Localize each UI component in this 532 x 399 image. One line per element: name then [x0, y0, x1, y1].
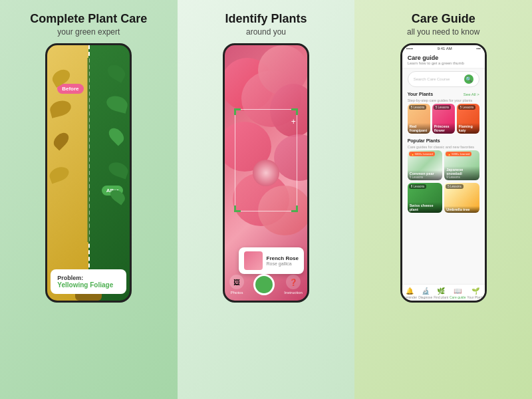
plant-card-princess[interactable]: 5 Lessons Princess flower — [432, 104, 455, 134]
panel-identify: Identify Plants around you — [178, 0, 355, 399]
snowball-name: Japanese snowball — [446, 168, 477, 176]
your-plants-nav-label: Your Plants — [467, 295, 483, 299]
diagnose-label: Diagnose — [418, 295, 432, 299]
id-info: French Rose Rose gallica — [267, 255, 299, 266]
status-time: 9:41 AM — [438, 47, 452, 51]
princess-overlay: Princess flower — [432, 123, 455, 134]
search-button[interactable]: 🔍 — [464, 74, 473, 84]
snowball-badge: 🔥 5000+ Learned — [446, 152, 471, 156]
phone-mockup-2: + French Rose Rose gallica 🖼 Photos — [223, 43, 309, 303]
pear-badge: 🔥 5000+ Learned — [409, 152, 435, 156]
frangipani-overlay: Red frangipani — [408, 123, 430, 134]
frangipani-name: Red frangipani — [410, 124, 428, 132]
cam-photos-btn[interactable]: 🖼 Photos — [229, 275, 244, 295]
popular-plants-row-1: 🔥 5000+ Learned Common pear 5 Lessons 🔥 … — [402, 150, 485, 183]
nav-diagnose[interactable]: 🔬 Diagnose — [418, 287, 432, 299]
panel3-subtitle: all you need to know — [407, 27, 479, 37]
scan-frame — [235, 109, 297, 211]
nav-find-plant[interactable]: 🌿 Find plant — [434, 287, 448, 299]
id-thumb — [244, 251, 263, 270]
status-battery: ▪▪▪ — [476, 47, 480, 51]
princess-name: Princess flower — [434, 124, 453, 132]
id-name: French Rose — [267, 255, 299, 261]
panel2-title: Identify Plants — [225, 12, 307, 26]
popular-plants-desc: Care guides for classic and new favorite… — [402, 145, 485, 149]
panel1-title: Complete Plant Care — [30, 12, 147, 26]
bottom-nav: 🔔 Reminder 🔬 Diagnose 🌿 Find plant 📖 Car… — [402, 284, 485, 301]
scan-corner-tr — [291, 108, 298, 115]
popular-plants-row-2: 8 Lessons Swiss cheese plant 5 Lessons U… — [402, 183, 485, 215]
swiss-name: Swiss cheese plant — [410, 203, 441, 211]
care-guide-icon: 📖 — [454, 287, 462, 295]
phone-screen-3: ••••• 9:41 AM ▪▪▪ Care guide Learn how t… — [402, 45, 485, 301]
search-placeholder: Search Care Course — [414, 77, 462, 81]
plant-card-swiss[interactable]: 8 Lessons Swiss cheese plant — [408, 183, 443, 213]
instruction-icon: ❓ — [286, 275, 301, 289]
pear-overlay: Common pear 5 Lessons — [408, 170, 443, 180]
panel1-subtitle: your green expert — [57, 27, 120, 37]
your-plants-header: Your Plants See All > — [402, 90, 485, 98]
cam-instruction-btn[interactable]: ❓ Instruction — [284, 275, 303, 295]
plus-icon: + — [291, 117, 296, 126]
photos-icon: 🖼 — [229, 275, 244, 289]
popular-plants-header: Popular Plants — [402, 136, 485, 145]
camera-controls: 🖼 Photos ❓ Instruction — [225, 274, 307, 295]
panel-care-guide: Care Guide all you need to know ••••• 9:… — [354, 0, 532, 399]
plant-card-flaming[interactable]: 5 Lessons Flaming katy — [457, 104, 479, 134]
nav-reminder[interactable]: 🔔 Reminder — [403, 287, 418, 299]
flaming-lessons: 5 Lessons — [458, 105, 476, 110]
diagnose-icon: 🔬 — [422, 287, 430, 295]
camera-bg: + French Rose Rose gallica 🖼 Photos — [225, 45, 307, 301]
find-plant-label: Find plant — [434, 295, 448, 299]
plant-card-snowball[interactable]: 🔥 5000+ Learned Japanese snowball 9 Less… — [444, 150, 479, 180]
your-plants-label: Your Plants — [408, 92, 433, 96]
phone-mockup-3: ••••• 9:41 AM ▪▪▪ Care guide Learn how t… — [400, 43, 487, 303]
plant-card-umbrella[interactable]: 5 Lessons Umbrella tree — [444, 183, 479, 213]
id-card: French Rose Rose gallica — [239, 247, 304, 274]
your-plants-row: 5 Lessons Red frangipani 5 Lessons Princ… — [402, 104, 485, 136]
panel-plant-care: Complete Plant Care your green expert — [0, 0, 178, 399]
phone-screen-2: + French Rose Rose gallica 🖼 Photos — [225, 45, 307, 301]
panel3-title: Care Guide — [412, 12, 475, 26]
umbrella-overlay: Umbrella tree — [444, 206, 479, 213]
flaming-name: Flaming katy — [459, 124, 477, 132]
umbrella-lessons: 5 Lessons — [446, 184, 464, 189]
reminder-icon: 🔔 — [406, 287, 414, 295]
plant-card-pear[interactable]: 🔥 5000+ Learned Common pear 5 Lessons — [408, 150, 443, 180]
problem-label: Problem: — [57, 275, 120, 281]
status-bar: ••••• 9:41 AM ▪▪▪ — [402, 45, 485, 52]
app-header-title: Care guide — [408, 55, 479, 61]
panel2-subtitle: around you — [246, 27, 286, 37]
frangipani-lessons: 5 Lessons — [409, 105, 427, 110]
princess-lessons: 5 Lessons — [434, 105, 452, 110]
flaming-overlay: Flaming katy — [457, 123, 479, 134]
search-bar[interactable]: Search Care Course 🔍 — [408, 71, 479, 87]
before-label: Before — [57, 84, 83, 94]
your-plants-icon: 🌱 — [471, 287, 479, 295]
scan-corner-bl — [234, 205, 241, 212]
swiss-lessons: 8 Lessons — [409, 184, 427, 189]
your-plants-desc: Step-by-step care guides for your plants — [402, 98, 485, 102]
status-dots: ••••• — [406, 47, 414, 51]
see-all-link[interactable]: See All > — [464, 92, 479, 96]
umbrella-name: Umbrella tree — [446, 207, 477, 211]
id-latin: Rose gallica — [267, 261, 299, 266]
cam-shutter-btn[interactable] — [253, 274, 275, 295]
pear-lessons: 5 Lessons — [410, 176, 441, 179]
plant-card-frangipani[interactable]: 5 Lessons Red frangipani — [408, 104, 430, 134]
swiss-overlay: Swiss cheese plant — [408, 202, 443, 213]
nav-care-guide[interactable]: 📖 Care guide — [450, 287, 466, 299]
phone-screen-1: Before After Problem: Yellowing Foliage — [47, 45, 130, 301]
snowball-overlay: Japanese snowball 9 Lessons — [444, 166, 479, 180]
find-plant-icon: 🌿 — [437, 287, 445, 295]
problem-card: Problem: Yellowing Foliage — [51, 269, 126, 294]
popular-plants-label: Popular Plants — [408, 138, 440, 143]
care-guide-label: Care guide — [450, 295, 466, 299]
problem-value: Yellowing Foliage — [57, 281, 120, 289]
app-header: Care guide Learn how to get a green thum… — [402, 52, 485, 68]
instruction-label: Instruction — [284, 291, 303, 295]
photos-label: Photos — [231, 291, 243, 295]
phone-mockup-1: Before After Problem: Yellowing Foliage — [45, 43, 132, 303]
nav-your-plants[interactable]: 🌱 Your Plants — [467, 287, 483, 299]
plant-stem — [88, 58, 90, 241]
